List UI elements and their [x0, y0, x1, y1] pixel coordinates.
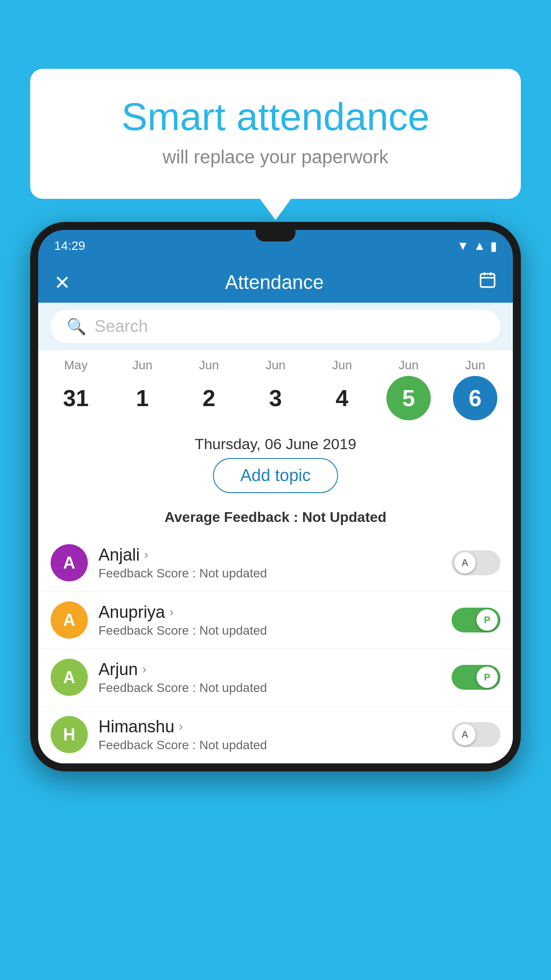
- attendance-toggle[interactable]: A: [452, 550, 500, 575]
- student-feedback: Feedback Score : Not updated: [98, 681, 441, 695]
- feedback-label: Feedback Score :: [98, 624, 196, 637]
- student-name: Anupriya›: [98, 603, 441, 622]
- cal-month-label: Jun: [132, 358, 152, 372]
- cal-date-number[interactable]: 6: [453, 376, 497, 420]
- cal-date-number[interactable]: 1: [120, 376, 165, 420]
- cal-date-number[interactable]: 5: [386, 376, 431, 420]
- calendar-strip: May31Jun1Jun2Jun3Jun4Jun5Jun6: [38, 350, 513, 425]
- feedback-label: Feedback Score :: [98, 681, 196, 695]
- bubble-title: Smart attendance: [66, 95, 485, 138]
- cal-date-number[interactable]: 31: [54, 376, 98, 420]
- battery-icon: ▮: [490, 239, 497, 253]
- avg-feedback-value: Not Updated: [302, 509, 386, 525]
- search-bar[interactable]: 🔍 Search: [51, 310, 500, 343]
- student-info: Anjali›Feedback Score : Not updated: [98, 545, 441, 581]
- add-topic-button[interactable]: Add topic: [213, 458, 338, 493]
- svg-rect-0: [480, 274, 495, 287]
- student-list: AAnjali›Feedback Score : Not updatedAAAn…: [38, 534, 513, 763]
- chevron-right-icon: ›: [169, 605, 173, 619]
- feedback-label: Feedback Score :: [98, 566, 196, 580]
- selected-date: Thursday, 06 June 2019: [38, 425, 513, 458]
- cal-date-number[interactable]: 2: [187, 376, 231, 420]
- student-info: Arjun›Feedback Score : Not updated: [98, 660, 441, 695]
- student-feedback: Feedback Score : Not updated: [98, 738, 441, 752]
- search-icon: 🔍: [67, 317, 87, 336]
- bubble-subtitle: will replace your paperwork: [66, 146, 485, 168]
- student-name: Anjali›: [98, 545, 441, 565]
- search-placeholder: Search: [94, 317, 148, 336]
- cal-day-3[interactable]: Jun3: [247, 358, 304, 420]
- feedback-value: Not updated: [199, 566, 267, 580]
- feedback-value: Not updated: [199, 624, 267, 637]
- chevron-right-icon: ›: [179, 719, 183, 734]
- student-name-text: Arjun: [98, 660, 138, 679]
- cal-date-number[interactable]: 3: [253, 376, 298, 420]
- student-avatar: H: [51, 716, 88, 753]
- phone-notch: [256, 230, 295, 241]
- status-icons: ▼ ▲ ▮: [457, 239, 497, 253]
- attendance-toggle[interactable]: P: [452, 608, 500, 632]
- avg-feedback: Average Feedback : Not Updated: [38, 509, 513, 534]
- speech-bubble-container: Smart attendance will replace your paper…: [30, 69, 521, 199]
- cal-day-0[interactable]: May31: [47, 358, 105, 420]
- student-item[interactable]: AAnupriya›Feedback Score : Not updatedP: [38, 592, 513, 649]
- feedback-value: Not updated: [199, 681, 267, 695]
- cal-day-5[interactable]: Jun5: [380, 358, 437, 420]
- student-item[interactable]: HHimanshu›Feedback Score : Not updatedA: [38, 706, 513, 763]
- chevron-right-icon: ›: [142, 662, 146, 676]
- student-name-text: Anupriya: [98, 603, 165, 622]
- toggle-knob: A: [454, 724, 476, 745]
- student-name-text: Himanshu: [98, 717, 174, 736]
- phone: 14:29 ▼ ▲ ▮ ✕ Attendance: [30, 222, 521, 771]
- cal-day-6[interactable]: Jun6: [446, 358, 504, 420]
- app-bar: ✕ Attendance: [38, 262, 513, 303]
- toggle-knob: A: [454, 552, 476, 573]
- student-item[interactable]: AAnjali›Feedback Score : Not updatedA: [38, 534, 513, 592]
- avg-feedback-label: Average Feedback :: [165, 509, 298, 525]
- cal-month-label: Jun: [332, 358, 352, 372]
- wifi-icon: ▼: [457, 239, 469, 253]
- phone-wrapper: 14:29 ▼ ▲ ▮ ✕ Attendance: [30, 222, 521, 980]
- toggle-knob: P: [476, 609, 498, 631]
- student-item[interactable]: AArjun›Feedback Score : Not updatedP: [38, 649, 513, 706]
- cal-month-label: Jun: [465, 358, 485, 372]
- student-name-text: Anjali: [98, 545, 140, 565]
- student-info: Himanshu›Feedback Score : Not updated: [98, 717, 441, 752]
- student-avatar: A: [51, 659, 88, 696]
- student-avatar: A: [51, 544, 88, 581]
- feedback-value: Not updated: [199, 738, 267, 752]
- toggle-knob: P: [476, 667, 498, 688]
- signal-icon: ▲: [473, 239, 486, 253]
- cal-date-number[interactable]: 4: [320, 376, 364, 420]
- student-avatar: A: [51, 601, 88, 639]
- phone-time: 14:29: [54, 239, 85, 253]
- cal-month-label: Jun: [199, 358, 219, 372]
- chevron-right-icon: ›: [144, 548, 148, 562]
- student-name: Arjun›: [98, 660, 441, 679]
- cal-day-4[interactable]: Jun4: [313, 358, 371, 420]
- calendar-button[interactable]: [478, 271, 497, 294]
- cal-day-2[interactable]: Jun2: [180, 358, 238, 420]
- cal-month-label: May: [64, 358, 88, 372]
- cal-day-1[interactable]: Jun1: [114, 358, 171, 420]
- app-bar-title: Attendance: [225, 271, 324, 293]
- student-info: Anupriya›Feedback Score : Not updated: [98, 603, 441, 638]
- feedback-label: Feedback Score :: [98, 738, 196, 752]
- close-button[interactable]: ✕: [54, 271, 71, 294]
- attendance-toggle[interactable]: P: [452, 665, 500, 690]
- student-feedback: Feedback Score : Not updated: [98, 624, 441, 638]
- cal-month-label: Jun: [265, 358, 285, 372]
- cal-month-label: Jun: [398, 358, 418, 372]
- status-bar: 14:29 ▼ ▲ ▮: [38, 230, 513, 262]
- calendar-strip-inner: May31Jun1Jun2Jun3Jun4Jun5Jun6: [47, 358, 504, 420]
- student-name: Himanshu›: [98, 717, 441, 736]
- attendance-toggle[interactable]: A: [452, 722, 500, 747]
- search-bar-wrapper: 🔍 Search: [38, 303, 513, 350]
- speech-bubble: Smart attendance will replace your paper…: [30, 69, 521, 199]
- screen-content: 🔍 Search May31Jun1Jun2Jun3Jun4Jun5Jun6 T…: [38, 303, 513, 763]
- student-feedback: Feedback Score : Not updated: [98, 566, 441, 581]
